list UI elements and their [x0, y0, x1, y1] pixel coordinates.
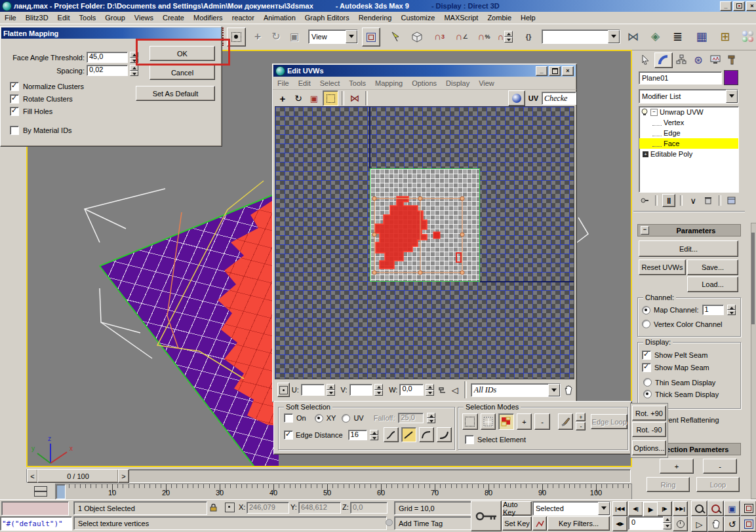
dropdown-arrow-icon[interactable]: [608, 30, 620, 43]
material-editor[interactable]: [740, 28, 756, 45]
uvw-maximize-button[interactable]: [549, 66, 561, 76]
rotate-clusters-checkbox[interactable]: [10, 94, 19, 104]
falloff-slow-button[interactable]: [419, 427, 434, 442]
tab-hierarchy[interactable]: [673, 52, 690, 67]
edge-loop-button[interactable]: Edge Loop: [591, 414, 627, 429]
time-slider-next[interactable]: >: [118, 469, 129, 483]
menu-item[interactable]: Tools: [75, 12, 101, 23]
selection-parameters-header[interactable]: lection Parameters: [662, 443, 741, 455]
soft-selection-on-checkbox[interactable]: [284, 413, 293, 423]
stack-row-edge[interactable]: Edge: [639, 128, 738, 138]
pan-tool-icon[interactable]: [563, 383, 575, 396]
menu-item[interactable]: Create: [158, 12, 189, 23]
panel-scrollbar[interactable]: [751, 223, 756, 499]
y-field[interactable]: 648,612: [298, 502, 341, 514]
dropdown-arrow-icon[interactable]: [548, 384, 560, 396]
stack-row-vertex[interactable]: Vertex: [639, 117, 738, 128]
modifier-list-dropdown[interactable]: Modifier List: [639, 89, 738, 104]
menu-item[interactable]: Customize: [396, 12, 439, 23]
time-configuration-button[interactable]: [673, 516, 688, 531]
rotate-plus-90-button[interactable]: Rot. +90: [632, 406, 666, 421]
maxscript-mini-listener[interactable]: [1, 501, 69, 516]
uvw-rotate-tool[interactable]: ↻: [291, 91, 306, 105]
tab-utilities[interactable]: [724, 52, 741, 67]
menu-item[interactable]: Group: [100, 12, 130, 23]
normalize-clusters-checkbox[interactable]: [10, 82, 19, 91]
pin-stack-icon[interactable]: [639, 195, 650, 206]
restore-button[interactable]: [733, 1, 745, 11]
maxscript-listener-line[interactable]: "#("default")": [0, 516, 72, 531]
tab-display[interactable]: [707, 52, 724, 67]
falloff-spinner[interactable]: [427, 413, 435, 423]
go-to-start-button[interactable]: |◀◀: [612, 501, 627, 516]
use-center-flyout[interactable]: [362, 28, 380, 47]
flatten-title-bar[interactable]: Flatten Mapping: [1, 28, 221, 39]
dropdown-arrow-icon[interactable]: [346, 30, 357, 43]
object-color-swatch[interactable]: [724, 70, 738, 85]
collapse-box[interactable]: −: [650, 109, 658, 116]
menu-item[interactable]: Modifiers: [189, 12, 228, 23]
stack-row-face[interactable]: Face: [639, 138, 738, 149]
show-pelt-seam-checkbox[interactable]: [642, 351, 651, 360]
uvw-menu-item[interactable]: Select: [315, 78, 345, 88]
face-angle-field[interactable]: 45,0: [87, 52, 128, 63]
u-field[interactable]: [301, 384, 325, 396]
uvw-freeform-tool[interactable]: [323, 90, 338, 106]
dropdown-arrow-icon[interactable]: [598, 502, 610, 515]
uvw-minimize-button[interactable]: _: [536, 66, 547, 76]
uv-radio[interactable]: [342, 414, 350, 423]
zoom-extents-all-tool[interactable]: [740, 501, 756, 516]
paint-shrink-button[interactable]: -: [576, 422, 586, 430]
save-uvws-button[interactable]: Save...: [687, 259, 738, 275]
uvw-menu-item[interactable]: Tools: [344, 78, 370, 88]
time-slider-prev[interactable]: <: [27, 469, 38, 483]
zoom-extents-tool[interactable]: ▣: [724, 501, 740, 516]
falloff-linear-button[interactable]: [401, 427, 416, 442]
xy-radio[interactable]: [315, 414, 323, 423]
auto-key-button[interactable]: Auto Key: [502, 501, 532, 516]
uvw-close-button[interactable]: ×: [562, 66, 574, 76]
loop-button[interactable]: Loop: [696, 477, 740, 492]
v-field[interactable]: [349, 384, 373, 396]
spacing-field[interactable]: 0,02: [87, 65, 128, 76]
shrink-selection-button[interactable]: -: [703, 459, 737, 474]
menu-item[interactable]: Graph Editors: [300, 12, 354, 23]
object-name-field[interactable]: Plane01: [639, 71, 722, 85]
uv-space-label[interactable]: UV: [527, 94, 540, 102]
shrink-uv-selection-button[interactable]: -: [534, 413, 550, 430]
ring-button[interactable]: Ring: [647, 477, 690, 492]
menu-item[interactable]: Views: [130, 12, 158, 23]
maximize-viewport-toggle[interactable]: [740, 516, 756, 532]
reference-coordinate-dropdown[interactable]: View: [308, 29, 358, 44]
texture-list-dropdown[interactable]: Checke: [542, 92, 576, 105]
vertex-mode-button[interactable]: [462, 413, 478, 430]
z-field[interactable]: 0,0: [350, 502, 388, 514]
menu-item[interactable]: Help: [516, 12, 540, 23]
current-frame-field[interactable]: 0: [628, 516, 666, 530]
selection-lock-toggle[interactable]: [207, 501, 219, 514]
uvw-menu-item[interactable]: Mapping: [370, 78, 407, 88]
tab-motion[interactable]: ⊛: [690, 52, 707, 67]
pan-view-tool[interactable]: [707, 516, 724, 532]
default-in-out-tangent-button[interactable]: [532, 516, 547, 531]
menu-item[interactable]: reactor: [228, 12, 259, 23]
face-mode-button[interactable]: [498, 413, 514, 430]
next-frame-button[interactable]: |▶: [657, 501, 672, 516]
configure-modifier-sets-icon[interactable]: [726, 195, 738, 206]
paint-grow-button[interactable]: +: [576, 413, 586, 421]
schematic-view[interactable]: ⊞: [716, 28, 734, 45]
key-set-dropdown[interactable]: Selected: [532, 501, 610, 516]
edge-distance-spinner[interactable]: [370, 430, 378, 440]
time-slider-handle[interactable]: 0 / 100: [37, 469, 119, 483]
cancel-button[interactable]: Cancel: [149, 65, 215, 80]
map-channel-field[interactable]: 1: [702, 305, 724, 315]
load-uvws-button[interactable]: Load...: [687, 276, 738, 292]
menu-item[interactable]: Blitz3D: [21, 12, 53, 23]
fill-holes-checkbox[interactable]: [10, 107, 19, 116]
uvw-menu-item[interactable]: View: [474, 78, 499, 88]
scale-tool[interactable]: ▣: [286, 28, 303, 45]
keyboard-override-toggle[interactable]: [408, 28, 426, 45]
time-handle[interactable]: [56, 484, 66, 499]
absolute-offset-toggle[interactable]: [224, 501, 235, 514]
edge-distance-field[interactable]: 16: [348, 430, 367, 440]
